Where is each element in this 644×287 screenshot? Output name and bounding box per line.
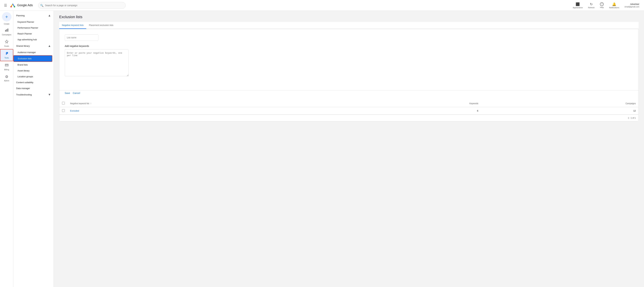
tab-negative-keyword-lists[interactable]: Negative keyword lists bbox=[59, 22, 86, 29]
sidebar-item-goals[interactable]: Goals bbox=[0, 38, 13, 49]
header-left: ☰ Google Ads bbox=[3, 2, 33, 9]
refresh-button[interactable]: ↻ Refresh bbox=[586, 1, 596, 10]
notifications-label: Notifications bbox=[609, 6, 619, 8]
data-manager-label: Data manager bbox=[16, 87, 30, 90]
nav-section-content-suitability[interactable]: Content suitability bbox=[14, 80, 54, 85]
advertiser-name: Advertiser bbox=[630, 3, 639, 6]
keywords-textarea[interactable] bbox=[65, 50, 128, 76]
shared-library-section-label: Shared library bbox=[16, 45, 30, 47]
nav-section-data-manager[interactable]: Data manager bbox=[14, 85, 54, 91]
shared-library-items: Audience manager Exclusion lists Brand l… bbox=[14, 50, 54, 80]
appearance-icon: ⬛ bbox=[576, 2, 580, 6]
refresh-icon: ↻ bbox=[590, 2, 593, 6]
nav-item-reach-planner[interactable]: Reach Planner bbox=[14, 31, 52, 37]
goals-icon bbox=[5, 40, 8, 44]
form-actions: Save Cancel bbox=[59, 90, 638, 100]
negative-keyword-table: Negative keyword list ↑ Keywords Campaig… bbox=[59, 100, 638, 114]
advertiser-email: email@gmail.com bbox=[624, 6, 639, 8]
tab-placement-exclusion-lists[interactable]: Placement exclusion lists bbox=[86, 22, 116, 29]
nav-section-shared-library[interactable]: Shared library ▲ bbox=[14, 42, 54, 50]
create-button-container[interactable]: + Create bbox=[2, 12, 12, 25]
svg-rect-6 bbox=[5, 65, 8, 65]
nav-section-troubleshooting[interactable]: Troubleshooting ▼ bbox=[14, 91, 54, 98]
form-section: Add negative keywords bbox=[59, 29, 638, 86]
nav-item-location-groups[interactable]: Location groups bbox=[14, 74, 52, 80]
sidebar-item-tools[interactable]: Tools bbox=[0, 49, 13, 61]
billing-label: Billing bbox=[4, 68, 9, 70]
nav-item-exclusion-lists[interactable]: Exclusion lists bbox=[14, 55, 52, 62]
campaigns-label: Campaigns bbox=[2, 34, 12, 36]
help-icon: ? bbox=[600, 2, 604, 6]
tabs-container: Negative keyword lists Placement exclusi… bbox=[59, 22, 638, 29]
nav-item-app-advertising-hub[interactable]: App advertising hub bbox=[14, 37, 52, 42]
cancel-button[interactable]: Cancel bbox=[73, 90, 80, 96]
save-button[interactable]: Save bbox=[65, 90, 70, 96]
nav-item-asset-library[interactable]: Asset library bbox=[14, 68, 52, 74]
nav-item-brand-lists[interactable]: Brand lists bbox=[14, 62, 52, 68]
svg-point-0 bbox=[14, 6, 15, 8]
tools-icon bbox=[5, 52, 8, 56]
tools-label: Tools bbox=[4, 57, 9, 59]
billing-icon bbox=[5, 63, 8, 68]
row-checkbox[interactable] bbox=[62, 109, 65, 112]
table-header-campaigns: Campaigns bbox=[481, 100, 638, 107]
create-icon: + bbox=[5, 14, 8, 20]
list-name-input[interactable] bbox=[65, 34, 98, 41]
sidebar-item-admin[interactable]: ⚙ Admin bbox=[0, 72, 13, 84]
advertiser-info[interactable]: Advertiser email@gmail.com bbox=[622, 2, 641, 9]
pagination: 1 - 1 of 1 bbox=[59, 114, 638, 121]
search-icon: 🔍 bbox=[40, 4, 44, 7]
page-title: Exclusion lists bbox=[59, 15, 638, 19]
refresh-label: Refresh bbox=[588, 6, 594, 8]
row-campaigns-cell: 12 bbox=[481, 107, 638, 114]
nav-sidebar: Planning ▲ Keyword Planner Performance P… bbox=[14, 11, 54, 287]
add-keywords-label: Add negative keywords bbox=[65, 45, 633, 48]
search-input[interactable] bbox=[38, 2, 126, 8]
sidebar-item-billing[interactable]: Billing bbox=[0, 61, 13, 72]
search-bar-container: 🔍 bbox=[38, 2, 126, 8]
select-all-checkbox[interactable] bbox=[62, 102, 65, 104]
svg-rect-3 bbox=[6, 29, 7, 32]
svg-rect-2 bbox=[5, 30, 6, 32]
nav-item-keyword-planner[interactable]: Keyword Planner bbox=[14, 19, 52, 25]
troubleshooting-label: Troubleshooting bbox=[16, 94, 32, 96]
admin-label: Admin bbox=[4, 80, 9, 82]
planning-items: Keyword Planner Performance Planner Reac… bbox=[14, 19, 54, 42]
svg-rect-4 bbox=[8, 28, 8, 32]
logo-text: Google Ads bbox=[17, 4, 33, 7]
troubleshooting-chevron-icon: ▼ bbox=[48, 93, 51, 96]
notifications-button[interactable]: 🔔 Notifications bbox=[607, 1, 621, 10]
sort-icon: ↑ bbox=[90, 102, 92, 105]
nav-section-planning[interactable]: Planning ▲ bbox=[14, 12, 54, 19]
row-keywords-cell: 6 bbox=[337, 107, 481, 114]
search-bar-wrapper: 🔍 bbox=[38, 2, 126, 8]
table-header-name[interactable]: Negative keyword list ↑ bbox=[68, 100, 337, 107]
appearance-label: Appearance bbox=[573, 6, 583, 8]
svg-point-1 bbox=[10, 6, 12, 8]
notifications-icon: 🔔 bbox=[612, 2, 616, 6]
sidebar-item-campaigns[interactable]: Campaigns bbox=[0, 26, 13, 38]
google-ads-logo: Google Ads bbox=[10, 3, 33, 8]
help-label: Help bbox=[600, 6, 604, 8]
appearance-button[interactable]: ⬛ Appearance bbox=[571, 1, 585, 10]
list-name-group bbox=[65, 34, 633, 41]
name-column-label: Negative keyword list bbox=[70, 102, 89, 105]
table-header-checkbox bbox=[59, 100, 68, 107]
admin-icon: ⚙ bbox=[5, 74, 8, 79]
create-button[interactable]: + bbox=[2, 12, 12, 22]
table-header-row: Negative keyword list ↑ Keywords Campaig… bbox=[59, 100, 638, 107]
content-card: Add negative keywords Save Cancel Negati… bbox=[59, 29, 638, 121]
planning-section-label: Planning bbox=[16, 14, 25, 17]
header-right: ⬛ Appearance ↻ Refresh ? Help 🔔 Notifica… bbox=[571, 1, 641, 10]
google-ads-logo-icon bbox=[10, 3, 16, 8]
help-button[interactable]: ? Help bbox=[598, 1, 606, 10]
goals-label: Goals bbox=[4, 45, 9, 47]
planning-chevron-icon: ▲ bbox=[48, 14, 51, 17]
content-suitability-label: Content suitability bbox=[16, 81, 34, 84]
table-header-keywords: Keywords bbox=[337, 100, 481, 107]
shared-library-chevron-icon: ▲ bbox=[48, 44, 51, 48]
nav-item-audience-manager[interactable]: Audience manager bbox=[14, 50, 52, 55]
nav-item-performance-planner[interactable]: Performance Planner bbox=[14, 25, 52, 31]
hamburger-icon[interactable]: ☰ bbox=[3, 2, 8, 9]
row-name-link[interactable]: Excluded bbox=[70, 110, 79, 112]
